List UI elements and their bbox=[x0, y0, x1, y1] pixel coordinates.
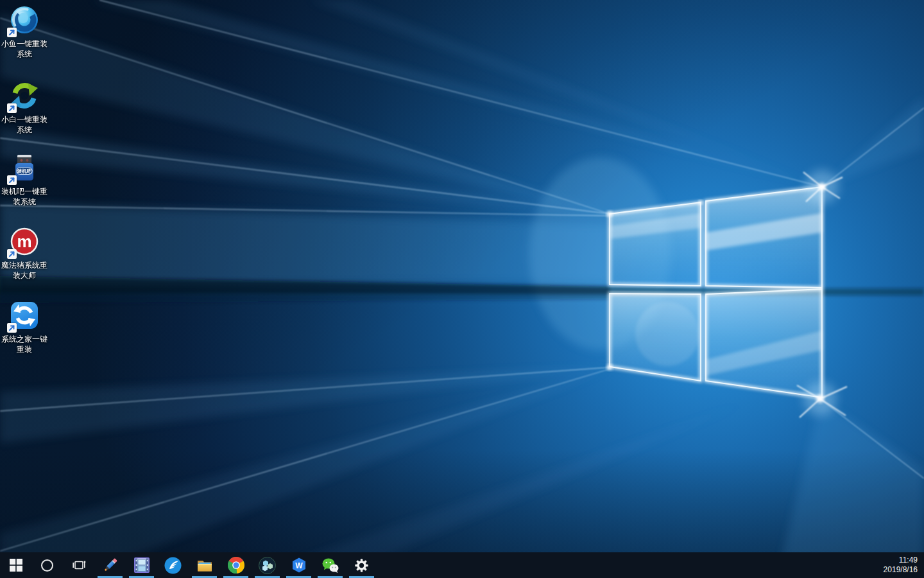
desktop-icon-label: 装机吧一键重 装系统 bbox=[1, 186, 48, 207]
shortcut-arrow-icon bbox=[7, 175, 17, 185]
taskbar-settings[interactable] bbox=[346, 552, 377, 578]
shortcut-arrow-icon bbox=[7, 249, 17, 259]
shortcut-arrow-icon bbox=[7, 103, 17, 113]
xitongzhijia-swirl-icon bbox=[8, 299, 40, 331]
desktop-icon-xiaobai-reinstall[interactable]: 小白一键重装 系统 bbox=[1, 80, 48, 135]
search-button[interactable] bbox=[31, 552, 63, 578]
task-view-icon bbox=[72, 558, 86, 572]
desktop-icon-xiaoyu-reinstall[interactable]: 小鱼一键重装 系统 bbox=[1, 4, 48, 59]
hexagon-globe-icon bbox=[259, 557, 276, 574]
search-icon bbox=[41, 559, 53, 572]
filmstrip-icon bbox=[133, 557, 150, 574]
taskbar-file-explorer[interactable] bbox=[189, 552, 220, 578]
windows-hero-wallpaper bbox=[0, 0, 924, 578]
desktop-icon-label: 小白一键重装 系统 bbox=[1, 114, 48, 135]
taskbar-hexagon-globe-app[interactable] bbox=[252, 552, 283, 578]
desktop-icon-label: 魔法猪系统重 装大师 bbox=[1, 260, 48, 281]
taskbar-clock[interactable]: 11:49 2019/8/16 bbox=[884, 556, 924, 575]
taskbar: W bbox=[0, 552, 924, 578]
task-view-button[interactable] bbox=[63, 552, 94, 578]
wechat-icon bbox=[321, 557, 339, 574]
wps-hexagon-icon: W bbox=[291, 557, 307, 574]
desktop-icon-xitongzhijia-reinstall[interactable]: 系统之家一键 重装 bbox=[1, 299, 48, 355]
desktop-icon-label: 小鱼一键重装 系统 bbox=[1, 39, 48, 59]
taskbar-wing-app[interactable] bbox=[157, 552, 189, 578]
desktop-icon-zhuangjiba-reinstall[interactable]: 装机吧 装机吧一键重 装系统 bbox=[1, 152, 48, 207]
desktop-icon-label: 系统之家一键 重装 bbox=[1, 334, 48, 355]
svg-text:m: m bbox=[17, 232, 31, 251]
xiaobai-arrows-icon bbox=[8, 80, 40, 112]
windows-logo-icon bbox=[10, 559, 22, 572]
taskbar-pencil-app[interactable] bbox=[94, 552, 126, 578]
svg-text:W: W bbox=[295, 561, 303, 570]
xiaoyu-swirl-icon bbox=[8, 4, 40, 36]
taskbar-wps-office[interactable]: W bbox=[283, 552, 314, 578]
svg-text:装机吧: 装机吧 bbox=[17, 168, 32, 174]
wing-icon bbox=[164, 557, 182, 574]
folder-icon bbox=[196, 557, 213, 574]
clock-date: 2019/8/16 bbox=[884, 565, 918, 575]
shortcut-arrow-icon bbox=[7, 323, 17, 333]
clock-time: 11:49 bbox=[884, 556, 918, 565]
taskbar-video-player[interactable] bbox=[126, 552, 157, 578]
start-button[interactable] bbox=[0, 552, 31, 578]
taskbar-wechat[interactable] bbox=[314, 552, 346, 578]
zhuangjiba-usb-icon: 装机吧 bbox=[8, 152, 40, 184]
mofazhu-m-icon: m bbox=[8, 225, 40, 258]
gear-icon bbox=[354, 557, 370, 574]
pencil-icon bbox=[102, 557, 119, 574]
shortcut-arrow-icon bbox=[7, 28, 17, 37]
desktop-icon-mofazhu-reinstall[interactable]: m 魔法猪系统重 装大师 bbox=[1, 225, 48, 281]
taskbar-chrome[interactable] bbox=[220, 552, 252, 578]
chrome-icon bbox=[228, 557, 244, 574]
